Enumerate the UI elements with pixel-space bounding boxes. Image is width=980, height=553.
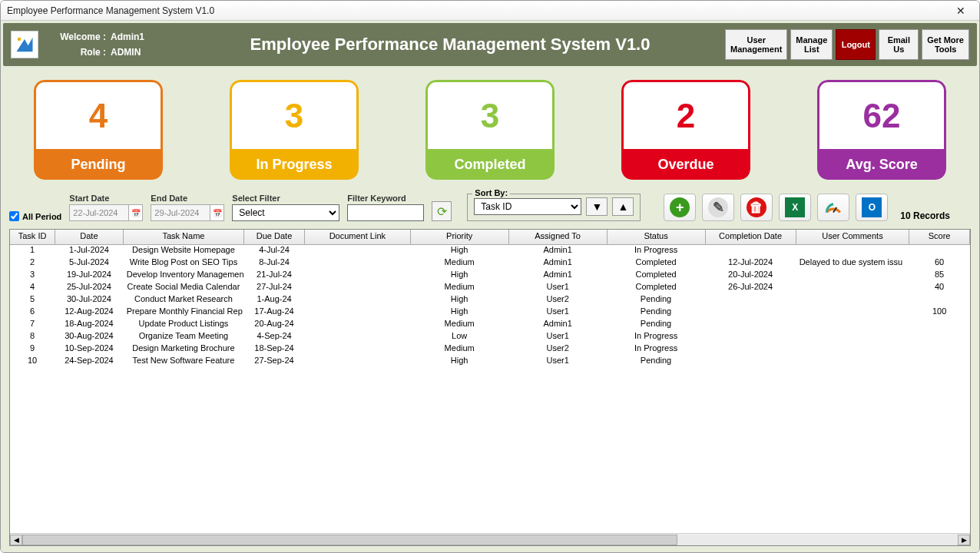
table-row[interactable]: 530-Jul-2024Conduct Market Research1-Aug… (10, 294, 970, 306)
card-pending: 4 Pending (34, 80, 163, 180)
cell: Design Website Homepage (124, 245, 244, 257)
cell: 30-Aug-2024 (55, 331, 124, 343)
task-grid: Task ID Date Task Name Due Date Document… (9, 229, 971, 546)
end-date-label: End Date (151, 194, 224, 203)
cell (706, 343, 796, 356)
card-completed-label: Completed (425, 149, 555, 180)
scroll-left-icon[interactable]: ◀ (10, 535, 22, 545)
cell: 27-Jul-24 (244, 282, 305, 294)
plus-icon: + (670, 197, 690, 217)
col-priority[interactable]: Priority (411, 230, 509, 244)
cell: Update Product Listings (124, 319, 244, 331)
cell: 1-Aug-24 (244, 294, 305, 306)
export-excel-button[interactable]: X (779, 194, 811, 221)
col-score[interactable]: Score (909, 230, 970, 244)
filter-keyword-input[interactable] (347, 204, 424, 221)
table-row[interactable]: 425-Jul-2024Create Social Media Calendar… (10, 282, 970, 294)
cell: 1 (10, 245, 55, 257)
get-more-tools-button[interactable]: Get MoreTools (922, 29, 969, 60)
email-us-button[interactable]: EmailUs (879, 29, 919, 60)
cell: In Progress (608, 331, 706, 343)
col-duedate[interactable]: Due Date (244, 230, 305, 244)
cell: High (411, 356, 509, 368)
start-date-input[interactable] (69, 204, 129, 221)
col-status[interactable]: Status (608, 230, 706, 244)
outlook-icon: O (862, 197, 882, 217)
sort-by-dropdown[interactable]: Task ID (474, 198, 581, 215)
card-pending-count: 4 (34, 80, 163, 149)
end-date-input[interactable] (151, 204, 210, 221)
horizontal-scrollbar[interactable]: ◀ ▶ (10, 533, 970, 545)
calendar-icon[interactable]: 📅 (210, 204, 224, 221)
table-row[interactable]: 910-Sep-2024Design Marketing Brochure18-… (10, 343, 970, 356)
table-row[interactable]: 1024-Sep-2024Test New Software Feature27… (10, 356, 970, 368)
cell: Medium (411, 319, 509, 331)
all-period-input[interactable] (9, 211, 19, 221)
table-row[interactable]: 319-Jul-2024Develop Inventory Managemen2… (10, 270, 970, 282)
col-comments[interactable]: User Comments (796, 230, 910, 244)
delete-button[interactable]: 🗑 (740, 194, 773, 221)
scroll-right-icon[interactable]: ▶ (958, 535, 970, 545)
cell: 20-Aug-24 (244, 319, 305, 331)
cell: Completed (608, 270, 706, 282)
user-management-button[interactable]: UserManagement (725, 29, 787, 60)
select-filter-dropdown[interactable]: Select (232, 204, 339, 221)
app-window: Employee Performance Management System V… (0, 0, 980, 553)
cell: User1 (509, 356, 608, 368)
col-taskname[interactable]: Task Name (124, 230, 244, 244)
role-label: Role : (52, 47, 106, 58)
scroll-thumb[interactable] (22, 535, 677, 545)
cell (796, 245, 910, 257)
outlook-button[interactable]: O (856, 194, 888, 221)
card-completed-count: 3 (425, 80, 555, 149)
cell: User1 (509, 282, 608, 294)
dashboard-button[interactable] (817, 194, 849, 221)
cell: High (411, 306, 509, 319)
manage-list-button[interactable]: ManageList (790, 29, 833, 60)
select-filter-label: Select Filter (232, 194, 339, 203)
edit-button[interactable]: ✎ (702, 194, 734, 221)
cell: 40 (909, 282, 970, 294)
sort-desc-button[interactable]: ▼ (586, 197, 608, 216)
add-button[interactable]: + (664, 194, 696, 221)
cell (305, 257, 411, 270)
table-row[interactable]: 11-Jul-2024Design Website Homepage4-Jul-… (10, 245, 970, 257)
col-taskid[interactable]: Task ID (10, 230, 55, 244)
card-completed: 3 Completed (425, 80, 555, 180)
close-icon[interactable]: ✕ (949, 5, 973, 17)
cell (796, 356, 910, 368)
records-count: 10 Records (900, 210, 950, 221)
filter-keyword-label: Filter Keyword (347, 194, 424, 203)
sort-asc-button[interactable]: ▲ (612, 197, 634, 216)
cell: Pending (608, 294, 706, 306)
col-date[interactable]: Date (55, 230, 124, 244)
card-avg-score-label: Avg. Score (817, 149, 946, 180)
table-row[interactable]: 25-Jul-2024Write Blog Post on SEO Tips8-… (10, 257, 970, 270)
col-doclink[interactable]: Document Link (305, 230, 411, 244)
cell: 10-Sep-2024 (55, 343, 124, 356)
table-row[interactable]: 612-Aug-2024Prepare Monthly Financial Re… (10, 306, 970, 319)
cell: Test New Software Feature (124, 356, 244, 368)
cell: 30-Jul-2024 (55, 294, 124, 306)
cell (706, 306, 796, 319)
col-compdate[interactable]: Completion Date (706, 230, 796, 244)
cell (706, 294, 796, 306)
scroll-track[interactable] (22, 535, 958, 545)
cell: In Progress (608, 245, 706, 257)
all-period-label: All Period (22, 212, 61, 221)
cell: 8-Jul-24 (244, 257, 305, 270)
refresh-button[interactable]: ⟳ (432, 201, 452, 221)
cell: 18-Aug-2024 (55, 319, 124, 331)
cell: 12-Aug-2024 (55, 306, 124, 319)
logout-button[interactable]: Logout (836, 29, 876, 60)
cell: 7 (10, 319, 55, 331)
table-row[interactable]: 718-Aug-2024Update Product Listings20-Au… (10, 319, 970, 331)
col-assigned[interactable]: Assigned To (509, 230, 608, 244)
cell: User1 (509, 331, 608, 343)
calendar-icon[interactable]: 📅 (129, 204, 143, 221)
table-row[interactable]: 830-Aug-2024Organize Team Meeting4-Sep-2… (10, 331, 970, 343)
cell: Delayed to due system issu (796, 257, 910, 270)
cell: 9 (10, 343, 55, 356)
all-period-checkbox[interactable]: All Period (9, 211, 61, 221)
grid-body[interactable]: 11-Jul-2024Design Website Homepage4-Jul-… (10, 245, 970, 533)
